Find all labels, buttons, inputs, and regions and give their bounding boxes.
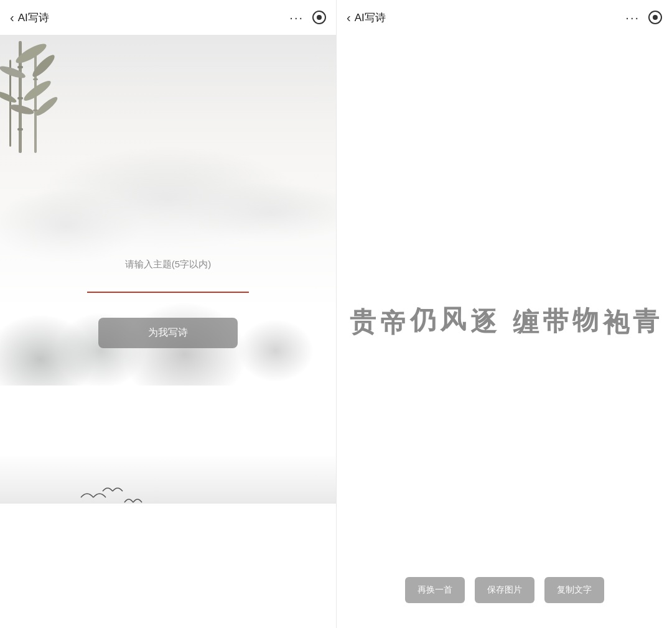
right-back-arrow-icon: ‹ bbox=[347, 11, 351, 25]
right-target-icon[interactable] bbox=[648, 11, 662, 24]
left-panel: ‹ AI写诗 ··· bbox=[0, 0, 336, 628]
right-top-right: ··· bbox=[625, 11, 662, 25]
left-top-right: ··· bbox=[289, 11, 326, 25]
birds-illustration bbox=[75, 479, 162, 516]
right-more-icon[interactable]: ··· bbox=[625, 11, 640, 25]
left-back-btn[interactable]: ‹ AI写诗 bbox=[10, 11, 49, 25]
poem-char: 帝 bbox=[378, 286, 408, 289]
left-target-icon[interactable] bbox=[312, 11, 326, 24]
right-top-bar: ‹ AI写诗 ··· bbox=[337, 0, 672, 35]
write-poem-button[interactable]: 为我写诗 bbox=[98, 318, 238, 348]
poem-char: 物 bbox=[571, 286, 600, 289]
poem-column-2: 青 袍 物 带 缠 bbox=[511, 286, 661, 289]
poem-char: 青 bbox=[631, 286, 661, 289]
poem-char: 仍 bbox=[408, 286, 438, 289]
poem-column-3: 逐 风 仍 帝 贵 bbox=[348, 286, 498, 289]
refresh-poem-button[interactable]: 再换一首 bbox=[405, 577, 465, 603]
poem-content: 夏 腊 去 一 年 青 袍 物 带 缠 逐 风 仍 帝 贵 bbox=[337, 35, 672, 565]
input-label: 请输入主题(5字以内) bbox=[125, 259, 211, 270]
right-title: AI写诗 bbox=[355, 11, 386, 25]
left-top-bar: ‹ AI写诗 ··· bbox=[0, 0, 336, 35]
theme-input[interactable] bbox=[87, 275, 249, 293]
right-back-btn[interactable]: ‹ AI写诗 bbox=[347, 11, 386, 25]
poem-char: 袍 bbox=[600, 286, 630, 289]
poem-char: 风 bbox=[438, 286, 468, 289]
poem-char: 带 bbox=[541, 286, 571, 289]
water-mist bbox=[0, 454, 336, 504]
save-image-button[interactable]: 保存图片 bbox=[475, 577, 534, 603]
poem-char: 逐 bbox=[468, 286, 498, 289]
left-back-arrow-icon: ‹ bbox=[10, 11, 14, 25]
right-panel: ‹ AI写诗 ··· 夏 腊 去 一 年 青 袍 物 带 缠 bbox=[336, 0, 672, 628]
left-title: AI写诗 bbox=[18, 11, 49, 25]
bottom-action-bar: 再换一首 保存图片 复制文字 bbox=[337, 565, 672, 628]
poem-char: 贵 bbox=[348, 286, 378, 289]
input-area: 请输入主题(5字以内) 为我写诗 bbox=[0, 35, 336, 348]
poem-char: 缠 bbox=[511, 286, 541, 289]
poem-display: 夏 腊 去 一 年 青 袍 物 带 缠 逐 风 仍 帝 贵 bbox=[336, 286, 672, 289]
copy-text-button[interactable]: 复制文字 bbox=[544, 577, 604, 603]
left-more-icon[interactable]: ··· bbox=[289, 11, 304, 25]
